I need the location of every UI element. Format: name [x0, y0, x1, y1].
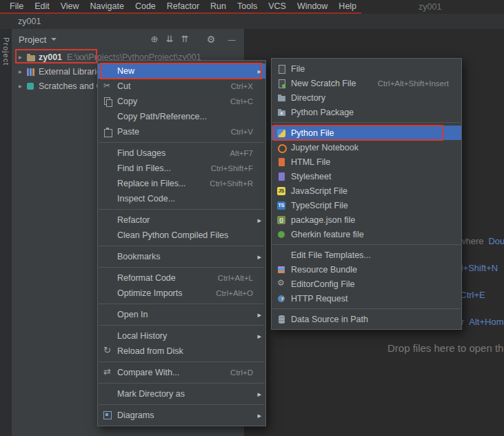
context-menu-item-new[interactable]: New: [98, 63, 265, 79]
new-submenu-item-python-file[interactable]: Python File: [272, 126, 461, 140]
menubar-item-refactor[interactable]: Refactor: [161, 0, 205, 13]
new-submenu-item-javascript-file[interactable]: JavaScript File: [272, 184, 461, 198]
menu-item-shortcut: Ctrl+Alt+O: [216, 289, 253, 297]
tool-stripe-project-button[interactable]: Project: [2, 37, 10, 436]
menubar-item-code[interactable]: Code: [130, 0, 161, 13]
context-menu-item-inspect-code[interactable]: Inspect Code...: [98, 191, 265, 206]
context-menu-item-paste[interactable]: PasteCtrl+V: [98, 124, 265, 139]
menubar-item-vcs[interactable]: VCS: [263, 0, 292, 13]
chevron-right-icon[interactable]: [16, 68, 25, 75]
new-submenu-item-jupyter-notebook[interactable]: Jupyter Notebook: [272, 140, 461, 155]
context-menu: NewCutCtrl+XCopyCtrl+CCopy Path/Referenc…: [97, 60, 266, 426]
drop-files-hint: Drop files here to open them: [387, 342, 504, 354]
menubar-items: FileEditViewNavigateCodeRefactorRunTools…: [4, 0, 362, 13]
context-menu-item-refactor[interactable]: Refactor: [98, 212, 265, 228]
collapse-all-icon[interactable]: [179, 34, 190, 45]
new-submenu-item-gherkin-feature-file[interactable]: Gherkin feature file: [272, 227, 461, 241]
menubar-item-file[interactable]: File: [4, 0, 29, 13]
context-menu-separator: [99, 404, 265, 405]
context-menu-item-bookmarks[interactable]: Bookmarks: [98, 249, 265, 264]
new-submenu-item-resource-bundle[interactable]: Resource Bundle: [272, 262, 461, 277]
blank-icon: [102, 163, 114, 174]
context-menu-item-reformat-code[interactable]: Reformat CodeCtrl+Alt+L: [98, 270, 265, 286]
chevron-right-icon[interactable]: [16, 53, 25, 61]
context-menu-item-replace-in-files[interactable]: Replace in Files...Ctrl+Shift+R: [98, 176, 265, 191]
new-submenu-item-directory[interactable]: Directory: [272, 90, 461, 105]
menu-item-label: Copy Path/Reference...: [117, 112, 242, 121]
new-submenu-item-file[interactable]: File: [272, 61, 461, 76]
blank-icon: [102, 272, 114, 284]
new-submenu-item-package-json-file[interactable]: package.json file: [272, 212, 461, 227]
menubar-item-run[interactable]: Run: [205, 0, 232, 13]
new-submenu-item-stylesheet[interactable]: Stylesheet: [272, 169, 461, 184]
file-icon: [276, 63, 288, 75]
hide-icon[interactable]: [226, 34, 237, 45]
menu-item-shortcut: Ctrl+Alt+Shift+Insert: [378, 79, 449, 88]
new-submenu: FileNew Scratch FileCtrl+Alt+Shift+Inser…: [271, 58, 462, 330]
menubar-item-navigate[interactable]: Navigate: [85, 0, 130, 13]
new-submenu-item-html-file[interactable]: HTML File: [272, 155, 461, 169]
new-submenu-separator: [272, 122, 461, 123]
settings-gear-icon[interactable]: [205, 34, 216, 46]
menu-item-label: Python Package: [291, 108, 438, 117]
blank-icon: [102, 215, 114, 226]
new-submenu-item-typescript-file[interactable]: TypeScript File: [272, 198, 461, 212]
context-menu-separator: [99, 209, 265, 210]
context-menu-item-diagrams[interactable]: Diagrams: [98, 408, 265, 423]
navbar-path[interactable]: zy001: [18, 17, 41, 26]
menubar-item-view[interactable]: View: [55, 0, 85, 13]
context-menu-item-copy[interactable]: CopyCtrl+C: [98, 94, 265, 109]
menubar-item-window[interactable]: Window: [292, 0, 333, 13]
new-submenu-item-http-request[interactable]: HTTP Request: [272, 291, 461, 306]
context-menu-separator: [99, 267, 265, 268]
blank-icon: [102, 309, 114, 320]
context-menu-item-compare-with[interactable]: Compare With...Ctrl+D: [98, 365, 265, 380]
menubar-item-help[interactable]: Help: [333, 0, 362, 13]
project-panel-title[interactable]: Project: [19, 34, 46, 45]
context-menu-item-optimize-imports[interactable]: Optimize ImportsCtrl+Alt+O: [98, 286, 265, 301]
menu-item-label: Open In: [117, 310, 242, 319]
menu-item-shortcut: Ctrl+C: [230, 97, 253, 106]
new-submenu-item-data-source-in-path[interactable]: Data Source in Path: [272, 312, 461, 326]
hint-shortcut: Double Shift: [488, 236, 504, 246]
menubar-item-edit[interactable]: Edit: [29, 0, 55, 13]
http-icon: [276, 293, 288, 304]
context-menu-item-clean-python-compiled-files[interactable]: Clean Python Compiled Files: [98, 228, 265, 243]
panel-header-icons: [149, 34, 237, 46]
new-submenu-item-python-package[interactable]: Python Package: [272, 105, 461, 119]
pycharm-window: FileEditViewNavigateCodeRefactorRunTools…: [0, 0, 504, 436]
context-menu-item-cut[interactable]: CutCtrl+X: [98, 79, 265, 94]
context-menu-item-find-usages[interactable]: Find UsagesAlt+F7: [98, 146, 265, 161]
menubar-item-tools[interactable]: Tools: [232, 0, 263, 13]
expand-all-icon[interactable]: [164, 34, 175, 45]
package-json-icon: [276, 215, 288, 226]
context-menu-item-open-in[interactable]: Open In: [98, 307, 265, 322]
context-menu-item-reload-from-disk[interactable]: Reload from Disk: [98, 344, 265, 359]
submenu-arrow-icon: [253, 389, 261, 399]
new-submenu-item-editorconfig-file[interactable]: EditorConfig File: [272, 277, 461, 291]
blank-icon: [102, 230, 114, 241]
context-menu-item-local-history[interactable]: Local History: [98, 328, 265, 344]
menu-item-label: File: [291, 64, 438, 74]
datasource-icon: [276, 314, 288, 325]
chevron-right-icon[interactable]: [16, 82, 25, 90]
submenu-arrow-icon: [253, 66, 261, 76]
submenu-arrow-icon: [253, 215, 261, 225]
tree-item-label: External Libraries: [39, 67, 105, 77]
menu-item-label: Inspect Code...: [117, 194, 242, 204]
context-menu-item-mark-directory-as[interactable]: Mark Directory as: [98, 386, 265, 402]
context-menu-item-copy-path-reference[interactable]: Copy Path/Reference...: [98, 109, 265, 124]
new-submenu-item-edit-file-templates[interactable]: Edit File Templates...: [272, 248, 461, 262]
scratches-icon: [25, 81, 37, 92]
new-submenu-item-new-scratch-file[interactable]: New Scratch FileCtrl+Alt+Shift+Insert: [272, 76, 461, 90]
locate-icon[interactable]: [149, 34, 160, 45]
context-menu-separator: [99, 383, 265, 384]
submenu-arrow-icon: [253, 410, 261, 420]
menu-item-shortcut: Ctrl+Shift+R: [210, 179, 253, 188]
blank-icon: [102, 193, 114, 204]
menu-item-label: Stylesheet: [291, 172, 438, 181]
chevron-down-icon[interactable]: [51, 38, 57, 41]
main-menubar: FileEditViewNavigateCodeRefactorRunTools…: [0, 0, 504, 13]
context-menu-item-find-in-files[interactable]: Find in Files...Ctrl+Shift+F: [98, 161, 265, 176]
menu-item-label: Gherkin feature file: [291, 230, 438, 239]
